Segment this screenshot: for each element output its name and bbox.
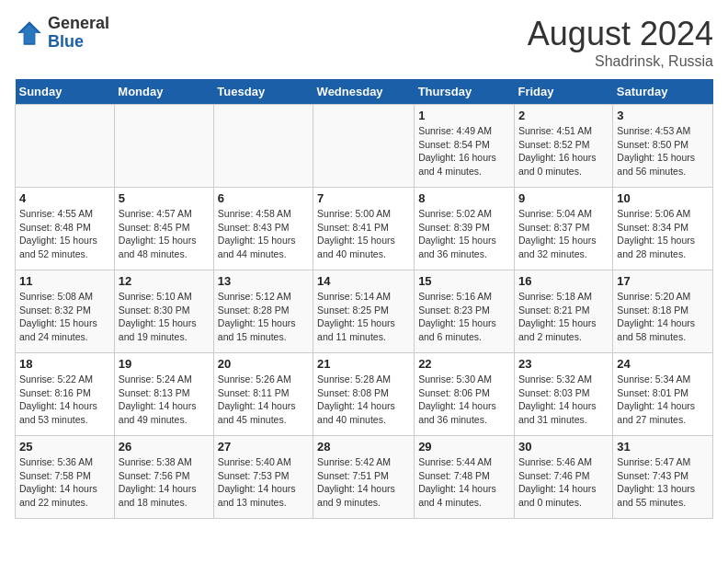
calendar-cell: 26Sunrise: 5:38 AM Sunset: 7:56 PM Dayli…	[114, 436, 213, 519]
day-number: 27	[218, 440, 309, 454]
day-number: 8	[418, 191, 510, 205]
calendar-week-row: 4Sunrise: 4:55 AM Sunset: 8:48 PM Daylig…	[16, 188, 713, 270]
day-of-week-header: Saturday	[613, 79, 713, 105]
day-info: Sunrise: 5:42 AM Sunset: 7:51 PM Dayligh…	[317, 455, 410, 510]
calendar-cell	[313, 105, 415, 188]
day-number: 11	[19, 274, 110, 288]
calendar-title: August 2024	[528, 15, 713, 53]
day-number: 24	[617, 357, 709, 371]
day-info: Sunrise: 5:28 AM Sunset: 8:08 PM Dayligh…	[317, 373, 410, 427]
calendar-cell: 24Sunrise: 5:34 AM Sunset: 8:01 PM Dayli…	[613, 353, 713, 436]
logo-blue-text: Blue	[48, 32, 84, 51]
calendar-location: Shadrinsk, Russia	[528, 53, 713, 70]
day-of-week-header: Tuesday	[213, 79, 313, 105]
calendar-cell: 9Sunrise: 5:04 AM Sunset: 8:37 PM Daylig…	[514, 188, 612, 270]
day-info: Sunrise: 5:06 AM Sunset: 8:34 PM Dayligh…	[617, 207, 709, 261]
day-number: 5	[119, 191, 210, 205]
calendar-cell: 8Sunrise: 5:02 AM Sunset: 8:39 PM Daylig…	[415, 188, 515, 270]
day-of-week-header: Friday	[514, 79, 612, 105]
day-info: Sunrise: 4:55 AM Sunset: 8:48 PM Dayligh…	[19, 207, 110, 261]
day-info: Sunrise: 5:30 AM Sunset: 8:06 PM Dayligh…	[418, 373, 510, 427]
day-info: Sunrise: 5:47 AM Sunset: 7:43 PM Dayligh…	[617, 455, 709, 510]
calendar-cell: 16Sunrise: 5:18 AM Sunset: 8:21 PM Dayli…	[514, 270, 612, 353]
day-number: 25	[19, 440, 110, 454]
calendar-cell: 30Sunrise: 5:46 AM Sunset: 7:46 PM Dayli…	[514, 436, 612, 519]
day-number: 31	[617, 440, 709, 454]
day-info: Sunrise: 4:58 AM Sunset: 8:43 PM Dayligh…	[218, 207, 309, 261]
calendar-cell: 23Sunrise: 5:32 AM Sunset: 8:03 PM Dayli…	[514, 353, 612, 436]
day-number: 28	[317, 440, 410, 454]
day-of-week-header: Monday	[114, 79, 213, 105]
day-of-week-header: Wednesday	[313, 79, 415, 105]
calendar-cell: 29Sunrise: 5:44 AM Sunset: 7:48 PM Dayli…	[415, 436, 515, 519]
calendar-week-row: 18Sunrise: 5:22 AM Sunset: 8:16 PM Dayli…	[16, 353, 713, 436]
day-number: 10	[617, 191, 709, 205]
calendar-cell: 1Sunrise: 4:49 AM Sunset: 8:54 PM Daylig…	[415, 105, 515, 188]
calendar-cell: 28Sunrise: 5:42 AM Sunset: 7:51 PM Dayli…	[313, 436, 415, 519]
calendar-week-row: 11Sunrise: 5:08 AM Sunset: 8:32 PM Dayli…	[16, 270, 713, 353]
calendar-cell: 4Sunrise: 4:55 AM Sunset: 8:48 PM Daylig…	[16, 188, 115, 270]
day-info: Sunrise: 5:10 AM Sunset: 8:30 PM Dayligh…	[119, 290, 210, 344]
day-info: Sunrise: 5:20 AM Sunset: 8:18 PM Dayligh…	[617, 290, 709, 344]
day-number: 22	[418, 357, 510, 371]
calendar-cell: 21Sunrise: 5:28 AM Sunset: 8:08 PM Dayli…	[313, 353, 415, 436]
day-info: Sunrise: 5:14 AM Sunset: 8:25 PM Dayligh…	[317, 290, 410, 344]
day-info: Sunrise: 4:49 AM Sunset: 8:54 PM Dayligh…	[418, 124, 510, 178]
calendar-cell: 22Sunrise: 5:30 AM Sunset: 8:06 PM Dayli…	[415, 353, 515, 436]
calendar-cell: 2Sunrise: 4:51 AM Sunset: 8:52 PM Daylig…	[514, 105, 612, 188]
day-info: Sunrise: 5:24 AM Sunset: 8:13 PM Dayligh…	[119, 373, 210, 427]
day-number: 14	[317, 274, 410, 288]
day-info: Sunrise: 5:44 AM Sunset: 7:48 PM Dayligh…	[418, 455, 510, 510]
day-number: 19	[119, 357, 210, 371]
day-info: Sunrise: 5:36 AM Sunset: 7:58 PM Dayligh…	[19, 455, 110, 510]
day-number: 21	[317, 357, 410, 371]
svg-marker-1	[20, 24, 40, 43]
calendar-table: SundayMondayTuesdayWednesdayThursdayFrid…	[15, 79, 713, 519]
day-info: Sunrise: 5:46 AM Sunset: 7:46 PM Dayligh…	[518, 455, 609, 510]
day-number: 12	[119, 274, 210, 288]
day-info: Sunrise: 5:26 AM Sunset: 8:11 PM Dayligh…	[218, 373, 309, 427]
day-info: Sunrise: 5:34 AM Sunset: 8:01 PM Dayligh…	[617, 373, 709, 427]
day-number: 6	[218, 191, 309, 205]
calendar-cell: 6Sunrise: 4:58 AM Sunset: 8:43 PM Daylig…	[213, 188, 313, 270]
calendar-cell: 12Sunrise: 5:10 AM Sunset: 8:30 PM Dayli…	[114, 270, 213, 353]
day-info: Sunrise: 5:12 AM Sunset: 8:28 PM Dayligh…	[218, 290, 309, 344]
day-number: 29	[418, 440, 510, 454]
day-info: Sunrise: 5:16 AM Sunset: 8:23 PM Dayligh…	[418, 290, 510, 344]
calendar-cell: 31Sunrise: 5:47 AM Sunset: 7:43 PM Dayli…	[613, 436, 713, 519]
day-info: Sunrise: 5:08 AM Sunset: 8:32 PM Dayligh…	[19, 290, 110, 344]
logo: General Blue	[15, 15, 109, 52]
calendar-cell: 20Sunrise: 5:26 AM Sunset: 8:11 PM Dayli…	[213, 353, 313, 436]
day-info: Sunrise: 5:02 AM Sunset: 8:39 PM Dayligh…	[418, 207, 510, 261]
day-info: Sunrise: 5:38 AM Sunset: 7:56 PM Dayligh…	[119, 455, 210, 510]
day-number: 9	[518, 191, 609, 205]
day-info: Sunrise: 5:40 AM Sunset: 7:53 PM Dayligh…	[218, 455, 309, 510]
day-info: Sunrise: 5:22 AM Sunset: 8:16 PM Dayligh…	[19, 373, 110, 427]
calendar-cell: 18Sunrise: 5:22 AM Sunset: 8:16 PM Dayli…	[16, 353, 115, 436]
day-number: 15	[418, 274, 510, 288]
calendar-cell: 13Sunrise: 5:12 AM Sunset: 8:28 PM Dayli…	[213, 270, 313, 353]
day-number: 23	[518, 357, 609, 371]
day-number: 2	[518, 109, 609, 122]
day-info: Sunrise: 4:53 AM Sunset: 8:50 PM Dayligh…	[617, 124, 709, 178]
day-number: 30	[518, 440, 609, 454]
calendar-cell: 14Sunrise: 5:14 AM Sunset: 8:25 PM Dayli…	[313, 270, 415, 353]
day-info: Sunrise: 5:00 AM Sunset: 8:41 PM Dayligh…	[317, 207, 410, 261]
day-number: 13	[218, 274, 309, 288]
day-number: 17	[617, 274, 709, 288]
calendar-cell: 27Sunrise: 5:40 AM Sunset: 7:53 PM Dayli…	[213, 436, 313, 519]
day-number: 20	[218, 357, 309, 371]
day-number: 3	[617, 109, 709, 122]
day-number: 4	[19, 191, 110, 205]
day-number: 7	[317, 191, 410, 205]
day-number: 1	[418, 109, 510, 122]
calendar-cell: 17Sunrise: 5:20 AM Sunset: 8:18 PM Dayli…	[613, 270, 713, 353]
logo-general-text: General	[48, 14, 109, 32]
calendar-cell	[213, 105, 313, 188]
calendar-cell: 7Sunrise: 5:00 AM Sunset: 8:41 PM Daylig…	[313, 188, 415, 270]
days-header-row: SundayMondayTuesdayWednesdayThursdayFrid…	[16, 79, 713, 105]
day-number: 16	[518, 274, 609, 288]
calendar-cell: 5Sunrise: 4:57 AM Sunset: 8:45 PM Daylig…	[114, 188, 213, 270]
day-info: Sunrise: 5:04 AM Sunset: 8:37 PM Dayligh…	[518, 207, 609, 261]
calendar-cell: 15Sunrise: 5:16 AM Sunset: 8:23 PM Dayli…	[415, 270, 515, 353]
